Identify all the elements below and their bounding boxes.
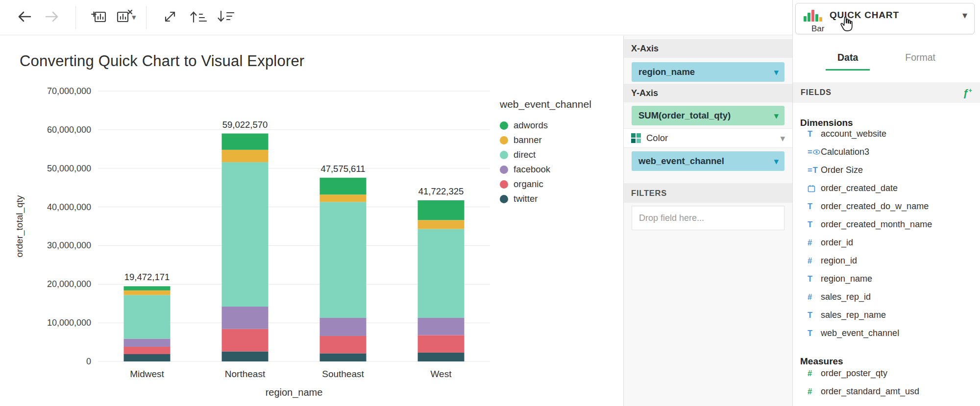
sort-descending-button[interactable] — [211, 5, 239, 30]
swap-axes-button[interactable] — [156, 5, 184, 30]
chevron-down-icon[interactable]: ▾ — [774, 111, 779, 120]
field-item[interactable]: Tweb_event_channel — [793, 324, 980, 342]
field-label: order_poster_qty — [821, 368, 887, 379]
sort-ascending-button[interactable] — [184, 5, 211, 30]
chevron-down-icon[interactable]: ▾ — [774, 157, 779, 166]
svg-text:60,000,000: 60,000,000 — [47, 125, 91, 135]
legend-label: organic — [514, 179, 543, 190]
field-item[interactable]: Torder_created_month_name — [793, 215, 980, 234]
svg-text:59,022,570: 59,022,570 — [222, 119, 268, 130]
toolbar-divider — [75, 6, 76, 29]
x-axis-section-header: X-Axis — [624, 39, 792, 58]
forward-arrow-icon — [43, 9, 61, 26]
forward-button[interactable] — [38, 5, 66, 30]
legend-item[interactable]: direct — [500, 147, 591, 162]
quick-chart-dropdown[interactable]: QUICK CHART ▾ Bar — [795, 3, 975, 34]
add-calculation-icon[interactable]: ƒ+ — [963, 87, 972, 99]
field-label: Order Size — [821, 165, 863, 175]
svg-text:Northeast: Northeast — [225, 369, 266, 379]
field-label: order_standard_amt_usd — [821, 386, 919, 397]
back-button[interactable] — [11, 5, 38, 30]
legend-label: twitter — [514, 193, 538, 204]
text-field-icon: T — [808, 220, 821, 229]
field-item[interactable]: Tregion_name — [793, 270, 980, 288]
dimensions-label: Dimensions — [800, 118, 980, 128]
field-item[interactable]: order_created_date — [793, 179, 980, 197]
dimensions-list: Taccount_website=Calculation3=TOrder Siz… — [793, 130, 980, 342]
field-label: region_name — [821, 274, 872, 284]
toolbar-divider — [146, 6, 147, 29]
field-item[interactable]: Torder_created_do_w_name — [793, 197, 980, 215]
legend-swatch-icon — [500, 136, 508, 144]
field-label: sales_rep_id — [821, 292, 871, 302]
svg-text:20,000,000: 20,000,000 — [47, 279, 91, 289]
field-label: order_created_date — [821, 183, 898, 193]
field-item[interactable]: Tsales_rep_name — [793, 306, 980, 324]
chevron-down-icon[interactable]: ▾ — [132, 12, 136, 23]
filters-drop-zone[interactable]: Drop field here... — [632, 206, 784, 230]
calculated-eye-icon: = — [808, 147, 821, 157]
color-field-pill[interactable]: web_event_channel ▾ — [632, 151, 784, 171]
color-encoding-row[interactable]: Color ▾ — [624, 128, 792, 148]
quick-chart-label: QUICK CHART — [830, 10, 962, 21]
chevron-down-icon[interactable]: ▾ — [774, 68, 779, 77]
add-chart-button[interactable] — [86, 5, 113, 30]
x-axis-field-label: region_name — [638, 67, 695, 77]
number-field-icon: # — [808, 256, 821, 265]
legend-item[interactable]: organic — [500, 177, 591, 191]
field-label: account_website — [821, 130, 886, 139]
svg-text:order_total_qty: order_total_qty — [14, 195, 25, 257]
quick-chart-option-bar[interactable]: Bar — [811, 24, 824, 33]
legend-label: direct — [514, 149, 536, 160]
legend-label: adwords — [514, 120, 548, 131]
date-field-icon — [808, 185, 821, 192]
number-field-icon: # — [808, 387, 821, 396]
filters-section-header: FILTERS — [624, 183, 792, 203]
sort-descending-icon — [216, 9, 234, 26]
legend-item[interactable]: adwords — [500, 118, 591, 133]
field-item[interactable]: Taccount_website — [793, 130, 980, 143]
field-label: sales_rep_name — [821, 310, 886, 320]
field-item[interactable]: #region_id — [793, 252, 980, 270]
y-axis-field-label: SUM(order_total_qty) — [638, 110, 731, 121]
legend-item[interactable]: twitter — [500, 191, 591, 206]
tab-data[interactable]: Data — [826, 50, 870, 71]
text-field-icon: T — [808, 202, 821, 211]
svg-text:10,000,000: 10,000,000 — [47, 318, 91, 328]
field-label: order_id — [821, 238, 853, 248]
legend-item[interactable]: banner — [500, 133, 591, 147]
legend-label: facebook — [514, 164, 550, 175]
field-item[interactable]: #order_poster_qty — [793, 368, 980, 382]
y-axis-section-header: Y-Axis — [624, 84, 792, 102]
x-axis-field-pill[interactable]: region_name ▾ — [632, 62, 784, 82]
number-field-icon: # — [808, 369, 821, 378]
add-chart-icon — [91, 8, 108, 27]
svg-text:West: West — [431, 369, 452, 379]
calculated-text-icon: =T — [808, 166, 821, 175]
tab-format[interactable]: Format — [893, 50, 947, 71]
measures-list: #order_poster_qty#order_standard_amt_usd — [793, 368, 980, 406]
color-swatch-icon — [631, 133, 641, 143]
chevron-down-icon[interactable]: ▾ — [780, 134, 785, 143]
field-label: Calculation3 — [821, 147, 869, 157]
field-item[interactable]: =TOrder Size — [793, 161, 980, 179]
chevron-down-icon[interactable]: ▾ — [962, 9, 967, 21]
stacked-bar-chart[interactable]: 010,000,00020,000,00030,000,00040,000,00… — [0, 65, 495, 404]
field-item[interactable]: #order_id — [793, 234, 980, 252]
field-item[interactable]: #order_standard_amt_usd — [793, 382, 980, 401]
field-item[interactable]: =Calculation3 — [793, 143, 980, 161]
sort-ascending-icon — [188, 9, 207, 26]
y-axis-field-pill[interactable]: SUM(order_total_qty) ▾ — [632, 106, 784, 125]
legend-item[interactable]: facebook — [500, 162, 591, 177]
color-field-label: web_event_channel — [638, 156, 724, 167]
text-field-icon: T — [808, 329, 821, 338]
field-label: order_created_month_name — [821, 219, 932, 230]
swap-axes-icon — [161, 8, 179, 27]
field-item[interactable]: #sales_rep_id — [793, 288, 980, 306]
legend-swatch-icon — [500, 151, 508, 159]
fields-panel: QUICK CHART ▾ Bar Data Format FIELDS ƒ+ … — [792, 0, 980, 406]
number-field-icon: # — [808, 292, 821, 302]
toolbar: ▾ — [0, 0, 792, 35]
svg-text:region_name: region_name — [266, 387, 323, 398]
svg-text:70,000,000: 70,000,000 — [47, 86, 91, 96]
